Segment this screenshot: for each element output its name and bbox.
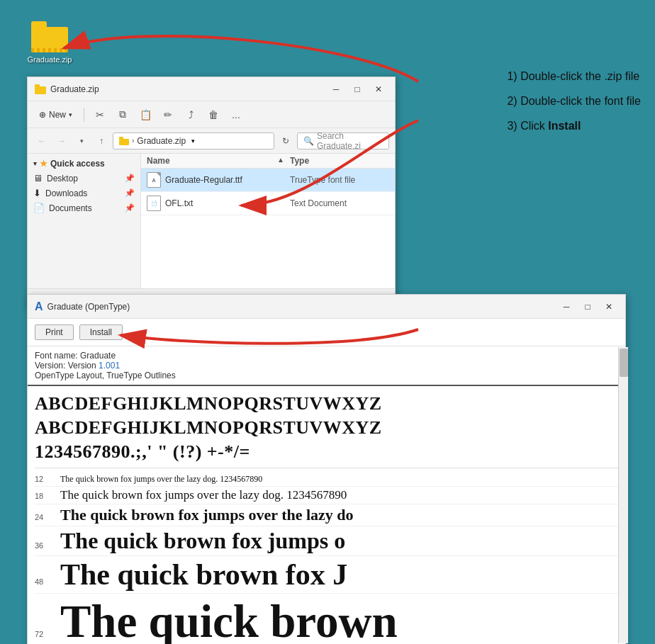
preview-text-12: The quick brown fox jumps over the lazy … xyxy=(60,474,262,485)
size-label-12: 12 xyxy=(35,475,55,483)
cut-button[interactable]: ✂ xyxy=(90,105,110,125)
quick-access-header[interactable]: ▾ ★ Quick access xyxy=(28,157,140,171)
nav-dropdown-button[interactable]: ▾ xyxy=(73,132,90,149)
version-num: 1.001 xyxy=(99,361,120,371)
size-label-24: 24 xyxy=(35,513,55,521)
ttf-filetype: TrueType font file xyxy=(290,175,389,185)
explorer-window: Graduate.zip ─ □ ✕ ⊕ New ▾ ✂ ⧉ 📋 ✏ ⤴ 🗑 .… xyxy=(27,77,396,309)
font-version-info: Version: Version 1.001 xyxy=(35,361,618,371)
sidebar-item-desktop[interactable]: 🖥 Desktop 📌 xyxy=(28,171,140,186)
file-name-ttf: A Graduate-Regular.ttf xyxy=(147,172,290,188)
copy-button[interactable]: ⧉ xyxy=(113,105,133,125)
toolbar-sep1 xyxy=(84,108,84,122)
alphabet-line2: 1234567890.;,' " (!?) +-*/= xyxy=(35,440,618,464)
txt-filename: OFL.txt xyxy=(165,198,193,208)
up-button[interactable]: ↑ xyxy=(93,132,110,149)
size-label-48: 48 xyxy=(35,577,55,586)
rename-button[interactable]: ✏ xyxy=(158,105,178,125)
window-controls: ─ □ ✕ xyxy=(327,81,388,97)
forward-button[interactable]: → xyxy=(53,132,70,149)
search-box[interactable]: 🔍 Search Graduate.zi xyxy=(297,132,389,149)
sidebar-item-downloads[interactable]: ⬇ Downloads 📌 xyxy=(28,186,140,200)
documents-label: Documents xyxy=(49,203,92,213)
step1-text: 1) Double-click the .zip file xyxy=(507,64,641,89)
quick-access-star-icon: ★ xyxy=(40,159,47,169)
ttf-file-icon: A xyxy=(147,172,161,188)
size-label-72: 72 xyxy=(35,630,55,638)
explorer-sidebar: ▾ ★ Quick access 🖥 Desktop 📌 ⬇ Downloads… xyxy=(28,154,141,288)
address-input[interactable]: › Graduate.zip ▾ xyxy=(113,132,274,149)
preview-row-72: 72 The quick brown xyxy=(35,594,618,644)
font-meta: Font name: Graduate Version: Version 1.0… xyxy=(28,346,625,386)
txt-filetype: Text Document xyxy=(290,198,389,208)
font-action-buttons: Print Install xyxy=(28,319,625,346)
font-close-button[interactable]: ✕ xyxy=(600,299,618,315)
share-button[interactable]: ⤴ xyxy=(181,105,201,125)
preview-text-24: The quick brown fox jumps over the lazy … xyxy=(60,506,354,524)
font-a-icon: A xyxy=(35,300,43,313)
file-row-txt[interactable]: 📄 OFL.txt Text Document xyxy=(141,192,395,215)
desktop-pin-icon: 📌 xyxy=(125,174,135,183)
install-button[interactable]: Install xyxy=(79,324,123,340)
step3-prefix: 3) Click xyxy=(507,120,548,132)
size-label-18: 18 xyxy=(35,492,55,500)
font-minimize-button[interactable]: ─ xyxy=(557,299,576,315)
col-header-name: Name xyxy=(147,156,277,166)
preview-alphabet: ABCDEFGHIJKLMNOPQRSTUVWXYZ ABCDEFGHIJKLM… xyxy=(35,392,618,468)
sidebar-item-documents[interactable]: 📄 Documents 📌 xyxy=(28,200,140,215)
desktop-zip-icon[interactable]: Graduate.zip xyxy=(21,21,78,64)
address-chevron: › xyxy=(132,137,134,145)
preview-text-48: The quick brown fox J xyxy=(60,558,347,592)
font-window-controls: ─ □ ✕ xyxy=(557,299,618,315)
delete-button[interactable]: 🗑 xyxy=(203,105,223,125)
new-label: New xyxy=(49,110,66,120)
documents-icon: 📄 xyxy=(33,203,45,213)
quick-access-chevron: ▾ xyxy=(33,160,37,167)
step3-bold: Install xyxy=(548,120,581,132)
zip-folder-image xyxy=(31,21,68,52)
explorer-title: Graduate.zip xyxy=(50,84,99,94)
more-button[interactable]: ... xyxy=(226,105,246,125)
font-maximize-button[interactable]: □ xyxy=(578,299,597,315)
address-dropdown-icon: ▾ xyxy=(191,137,195,145)
new-button[interactable]: ⊕ New ▾ xyxy=(33,107,78,123)
search-placeholder: Search Graduate.zi xyxy=(317,131,383,151)
sort-arrow: ▲ xyxy=(277,156,284,166)
new-icon: ⊕ xyxy=(39,110,46,120)
file-name-txt: 📄 OFL.txt xyxy=(147,196,290,211)
maximize-button[interactable]: □ xyxy=(348,81,366,97)
titlebar-folder-icon xyxy=(35,84,46,94)
font-scrollbar[interactable] xyxy=(618,347,628,643)
explorer-titlebar: Graduate.zip ─ □ ✕ xyxy=(28,77,395,101)
refresh-button[interactable]: ↻ xyxy=(277,132,294,149)
address-folder-icon xyxy=(119,137,129,145)
preview-row-12: 12 The quick brown fox jumps over the la… xyxy=(35,473,618,487)
downloads-icon: ⬇ xyxy=(33,188,41,198)
font-layout-info: OpenType Layout, TrueType Outlines xyxy=(35,371,618,380)
instructions-panel: 1) Double-click the .zip file 2) Double-… xyxy=(507,64,641,139)
file-row-ttf[interactable]: A Graduate-Regular.ttf TrueType font fil… xyxy=(141,169,395,192)
back-button[interactable]: ← xyxy=(33,132,50,149)
downloads-label: Downloads xyxy=(45,188,87,198)
paste-button[interactable]: 📋 xyxy=(135,105,155,125)
quick-access-label: Quick access xyxy=(50,159,105,169)
preview-row-24: 24 The quick brown fox jumps over the la… xyxy=(35,504,618,526)
documents-pin-icon: 📌 xyxy=(125,203,135,213)
explorer-toolbar: ⊕ New ▾ ✂ ⧉ 📋 ✏ ⤴ 🗑 ... xyxy=(28,101,395,128)
new-dropdown-icon: ▾ xyxy=(69,111,72,118)
desktop-label: Desktop xyxy=(47,174,78,183)
preview-row-48: 48 The quick brown fox J xyxy=(35,556,618,594)
size-label-36: 36 xyxy=(35,541,55,550)
explorer-content: ▾ ★ Quick access 🖥 Desktop 📌 ⬇ Downloads… xyxy=(28,154,395,288)
preview-text-18: The quick brown fox jumps over the lazy … xyxy=(60,488,347,502)
col-header-type: Type xyxy=(290,156,389,166)
font-preview-window: A Graduate (OpenType) ─ □ ✕ Print Instal… xyxy=(27,294,626,644)
step3-text: 3) Click Install xyxy=(507,113,641,138)
ttf-filename: Graduate-Regular.ttf xyxy=(165,175,242,185)
file-list: Name ▲ Type A Graduate-Regular.ttf TrueT… xyxy=(141,154,395,288)
alphabet-line1: ABCDEFGHIJKLMNOPQRSTUVWXYZ ABCDEFGHIJKLM… xyxy=(35,392,618,440)
minimize-button[interactable]: ─ xyxy=(327,81,345,97)
close-button[interactable]: ✕ xyxy=(369,81,388,97)
address-bar: ← → ▾ ↑ › Graduate.zip ▾ ↻ 🔍 Search Grad… xyxy=(28,128,395,154)
print-button[interactable]: Print xyxy=(35,324,74,340)
